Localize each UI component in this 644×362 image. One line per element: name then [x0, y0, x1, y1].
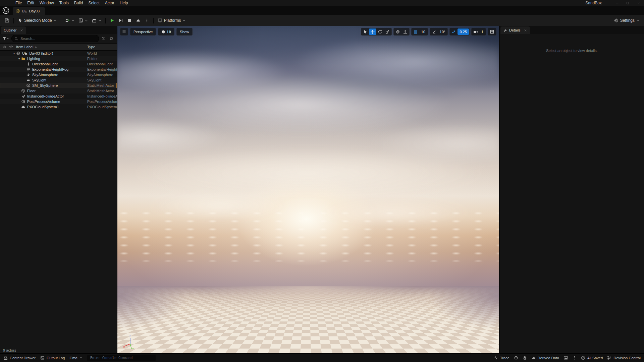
rotate-tool-button[interactable] [376, 28, 384, 35]
outliner-tab-strip: Outliner [0, 26, 117, 34]
all-saved-label: All Saved [587, 356, 603, 360]
view-mode-dropdown[interactable]: Lit [158, 28, 174, 36]
cinematics-icon [92, 18, 97, 23]
outliner-row-sm_skysphere[interactable]: SM_SkySphereStaticMeshActor [0, 83, 117, 88]
rotation-snap-button[interactable] [430, 28, 438, 35]
column-item-label[interactable]: Item Label [13, 45, 87, 49]
visibility-column-icon[interactable] [2, 45, 7, 49]
outliner-row-directionallight[interactable]: DirectionalLightDirectionalLight [0, 61, 117, 67]
camera-speed-value[interactable]: 1 [479, 28, 485, 35]
settings-dropdown[interactable]: Settings [612, 16, 641, 24]
menu-actor[interactable]: Actor [102, 0, 117, 6]
outliner-row-lighting[interactable]: ▾LightingFolder [0, 56, 117, 61]
stop-button[interactable] [125, 16, 134, 24]
all-saved-button[interactable]: All Saved [581, 356, 603, 360]
outliner-tree: ▾UE_Day03 (Editor)World▾LightingFolderDi… [0, 51, 117, 347]
layers-button[interactable] [523, 356, 527, 360]
scale-tool-button[interactable] [384, 28, 391, 35]
expand-arrow-icon[interactable]: ▾ [12, 52, 16, 55]
status-more-button[interactable] [572, 356, 577, 360]
outliner-row-instancedfoliageactor[interactable]: InstancedFoliageActorInstancedFoliageAct… [0, 94, 117, 99]
perspective-dropdown[interactable]: Perspective [130, 28, 156, 36]
level-viewport[interactable]: Perspective Lit Show 10 [117, 26, 499, 353]
close-button[interactable] [633, 0, 644, 6]
outliner-row-floor[interactable]: FloorStaticMeshActor [0, 88, 117, 94]
add-actor-icon [65, 18, 70, 23]
rotation-snap-value[interactable]: 10° [438, 28, 447, 35]
menu-select[interactable]: Select [86, 0, 102, 6]
cinematics-button[interactable] [90, 16, 103, 24]
save-button[interactable] [3, 16, 11, 24]
maximize-viewport-button[interactable] [488, 28, 496, 35]
toolbar-separator [105, 18, 106, 23]
derived-data-button[interactable]: Derived Data [531, 356, 559, 360]
insights-button[interactable] [514, 356, 518, 360]
row-type: Folder [87, 57, 117, 61]
close-icon[interactable] [524, 29, 527, 32]
outliner-filter-button[interactable] [2, 37, 10, 41]
outliner-new-folder-button[interactable] [101, 36, 107, 42]
pin-column-icon[interactable] [9, 45, 13, 49]
minimize-button[interactable] [612, 0, 623, 6]
grid-snap-value[interactable]: 10 [419, 28, 427, 35]
outliner-settings-button[interactable] [108, 36, 114, 42]
row-label: DirectionalLight [32, 62, 58, 66]
surface-snap-button[interactable] [401, 28, 409, 35]
maximize-button[interactable] [623, 0, 633, 6]
outliner-row-pxocloudsystem1[interactable]: PXOCloudSystem1PXOCloudSystem [0, 104, 117, 110]
move-tool-button[interactable] [369, 28, 376, 35]
image-icon [564, 356, 568, 360]
outliner-row-ue_day03-editor-[interactable]: ▾UE_Day03 (Editor)World [0, 51, 117, 56]
frame-skip-button[interactable] [116, 16, 125, 24]
output-log-button[interactable]: Output Log [40, 356, 65, 360]
project-name: SandBox [585, 1, 602, 5]
menu-window[interactable]: Window [37, 0, 57, 6]
scale-snap-value[interactable]: 0.25 [458, 28, 469, 35]
outliner-row-skyatmosphere[interactable]: SkyAtmosphereSkyAtmosphere [0, 72, 117, 77]
viewport-menu-button[interactable] [120, 28, 128, 36]
world-space-button[interactable] [394, 28, 401, 35]
eject-button[interactable] [134, 16, 143, 24]
content-drawer-button[interactable]: Content Drawer [3, 356, 36, 360]
menu-file[interactable]: File [13, 0, 24, 6]
scale-snap-button[interactable] [450, 28, 458, 35]
show-dropdown[interactable]: Show [176, 28, 193, 36]
expand-arrow-icon[interactable]: ▾ [17, 57, 21, 60]
camera-speed-button[interactable] [472, 28, 479, 35]
cmd-dropdown[interactable]: Cmd [69, 356, 82, 360]
revision-control-button[interactable]: Revision Control [607, 356, 641, 360]
level-tab[interactable]: UE_Day03 [13, 7, 45, 15]
outliner-row-postprocessvolume[interactable]: PostProcessVolumePostProcessVolume [0, 99, 117, 104]
unreal-logo-icon[interactable] [2, 7, 9, 14]
outliner-search-box[interactable] [11, 35, 99, 42]
actor-count: 9 actors [3, 348, 16, 352]
add-actor-button[interactable] [63, 16, 76, 24]
row-type: PXOCloudSystem [87, 105, 117, 109]
select-tool-button[interactable] [362, 28, 369, 35]
play-button[interactable] [108, 16, 116, 24]
outliner-search-input[interactable] [20, 36, 96, 41]
menu-help[interactable]: Help [117, 0, 131, 6]
menu-build[interactable]: Build [71, 0, 86, 6]
menu-edit[interactable]: Edit [24, 0, 37, 6]
world-icon [16, 51, 20, 55]
column-type[interactable]: Type [87, 45, 117, 49]
outliner-tab[interactable]: Outliner [1, 26, 26, 34]
outliner-row-exponentialheightfog[interactable]: ExponentialHeightFogExponentialHeightFog [0, 67, 117, 72]
play-options-button[interactable] [143, 16, 151, 24]
layers-icon [523, 356, 527, 360]
skylight-icon [26, 78, 31, 82]
platforms-dropdown[interactable]: Platforms [156, 16, 188, 24]
menu-tools[interactable]: Tools [57, 0, 71, 6]
trace-button[interactable]: Trace [494, 356, 509, 360]
grid-snap-button[interactable] [412, 28, 419, 35]
details-tab[interactable]: Details [500, 26, 530, 34]
close-icon [637, 1, 640, 5]
snapshot-button[interactable] [564, 356, 568, 360]
selection-mode-dropdown[interactable]: Selection Mode [16, 16, 59, 24]
blueprints-button[interactable] [76, 16, 90, 24]
close-icon[interactable] [20, 29, 23, 32]
outliner-row-skylight[interactable]: SkyLightSkyLight [0, 77, 117, 83]
console-command-input[interactable] [90, 356, 153, 360]
console-command-box[interactable] [87, 355, 156, 361]
